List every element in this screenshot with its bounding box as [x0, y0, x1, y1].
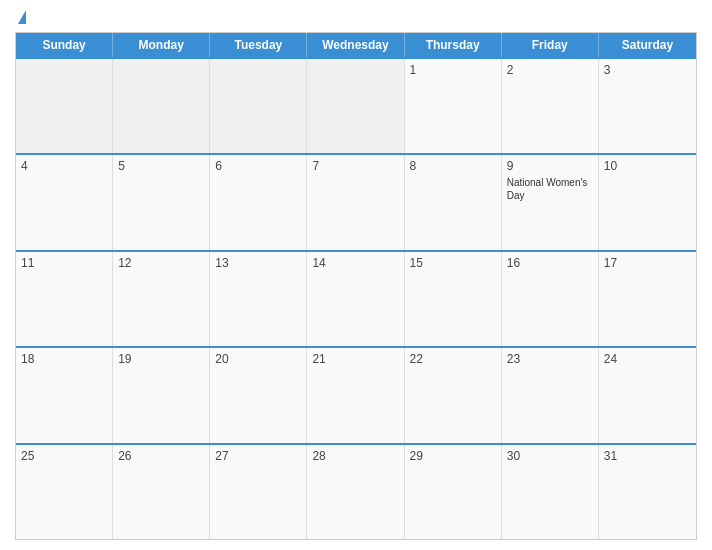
week-row-1: 123	[16, 57, 696, 153]
day-number: 10	[604, 159, 691, 173]
day-cell: 4	[16, 155, 113, 249]
week-row-2: 456789National Women's Day10	[16, 153, 696, 249]
day-cell: 31	[599, 445, 696, 539]
day-number: 4	[21, 159, 107, 173]
day-cell: 27	[210, 445, 307, 539]
day-cell: 12	[113, 252, 210, 346]
day-cell: 19	[113, 348, 210, 442]
weeks-container: 123456789National Women's Day10111213141…	[16, 57, 696, 539]
day-number: 29	[410, 449, 496, 463]
calendar-grid: SundayMondayTuesdayWednesdayThursdayFrid…	[15, 32, 697, 540]
day-cell: 20	[210, 348, 307, 442]
day-number: 26	[118, 449, 204, 463]
event-label: National Women's Day	[507, 176, 593, 202]
header	[15, 10, 697, 24]
day-cell	[307, 59, 404, 153]
day-cell: 10	[599, 155, 696, 249]
day-number: 16	[507, 256, 593, 270]
day-cell	[16, 59, 113, 153]
day-cell: 15	[405, 252, 502, 346]
day-cell: 13	[210, 252, 307, 346]
day-cell: 11	[16, 252, 113, 346]
logo	[15, 10, 29, 24]
day-number: 22	[410, 352, 496, 366]
day-cell: 2	[502, 59, 599, 153]
day-cell: 28	[307, 445, 404, 539]
day-cell: 1	[405, 59, 502, 153]
day-number: 9	[507, 159, 593, 173]
day-cell: 18	[16, 348, 113, 442]
day-number: 17	[604, 256, 691, 270]
day-cell: 29	[405, 445, 502, 539]
day-header-saturday: Saturday	[599, 33, 696, 57]
day-number: 12	[118, 256, 204, 270]
week-row-4: 18192021222324	[16, 346, 696, 442]
day-header-friday: Friday	[502, 33, 599, 57]
day-cell: 26	[113, 445, 210, 539]
day-number: 28	[312, 449, 398, 463]
day-header-sunday: Sunday	[16, 33, 113, 57]
day-number: 1	[410, 63, 496, 77]
day-cell: 5	[113, 155, 210, 249]
day-header-wednesday: Wednesday	[307, 33, 404, 57]
day-number: 2	[507, 63, 593, 77]
day-number: 20	[215, 352, 301, 366]
day-number: 24	[604, 352, 691, 366]
day-number: 15	[410, 256, 496, 270]
logo-triangle-icon	[18, 10, 26, 24]
calendar-page: SundayMondayTuesdayWednesdayThursdayFrid…	[0, 0, 712, 550]
day-cell: 21	[307, 348, 404, 442]
day-cell	[210, 59, 307, 153]
day-number: 27	[215, 449, 301, 463]
day-number: 6	[215, 159, 301, 173]
day-cell	[113, 59, 210, 153]
day-number: 3	[604, 63, 691, 77]
day-cell: 16	[502, 252, 599, 346]
day-cell: 3	[599, 59, 696, 153]
day-number: 5	[118, 159, 204, 173]
day-number: 21	[312, 352, 398, 366]
day-cell: 14	[307, 252, 404, 346]
day-cell: 23	[502, 348, 599, 442]
day-cell: 25	[16, 445, 113, 539]
week-row-5: 25262728293031	[16, 443, 696, 539]
day-header-thursday: Thursday	[405, 33, 502, 57]
day-header-monday: Monday	[113, 33, 210, 57]
week-row-3: 11121314151617	[16, 250, 696, 346]
day-cell: 7	[307, 155, 404, 249]
day-number: 7	[312, 159, 398, 173]
day-number: 31	[604, 449, 691, 463]
day-cell: 22	[405, 348, 502, 442]
day-number: 8	[410, 159, 496, 173]
day-cell: 30	[502, 445, 599, 539]
day-number: 18	[21, 352, 107, 366]
day-cell: 6	[210, 155, 307, 249]
day-cell: 24	[599, 348, 696, 442]
day-number: 11	[21, 256, 107, 270]
day-cell: 17	[599, 252, 696, 346]
day-number: 25	[21, 449, 107, 463]
day-header-tuesday: Tuesday	[210, 33, 307, 57]
day-number: 19	[118, 352, 204, 366]
day-headers-row: SundayMondayTuesdayWednesdayThursdayFrid…	[16, 33, 696, 57]
day-cell: 8	[405, 155, 502, 249]
day-number: 13	[215, 256, 301, 270]
day-cell: 9National Women's Day	[502, 155, 599, 249]
day-number: 30	[507, 449, 593, 463]
day-number: 23	[507, 352, 593, 366]
day-number: 14	[312, 256, 398, 270]
